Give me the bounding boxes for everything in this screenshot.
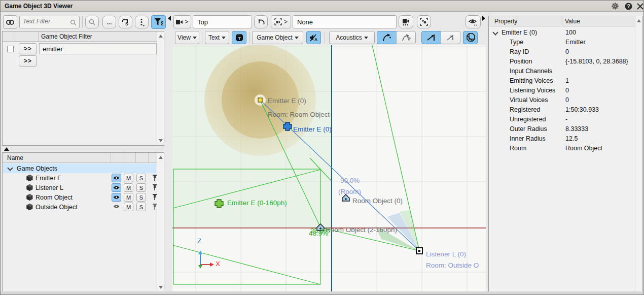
- visibility-eye-button[interactable]: [112, 174, 121, 182]
- scroll-down-icon[interactable]: [159, 139, 163, 142]
- panel-splitter[interactable]: [2, 147, 164, 152]
- follow-object-menu-button[interactable]: >: [271, 15, 291, 28]
- mute-button[interactable]: M: [124, 183, 133, 192]
- follow-target-combo[interactable]: None: [293, 15, 397, 28]
- property-row[interactable]: TypeEmitter: [489, 38, 634, 47]
- link-indicator-button[interactable]: [3, 15, 17, 29]
- property-row[interactable]: Ray ID0: [489, 47, 634, 57]
- transmission-paths-toggle-button[interactable]: [421, 31, 441, 44]
- toolbar-separator: [325, 32, 325, 43]
- property-row[interactable]: Inner Radius12.5: [489, 134, 634, 144]
- mute-solo-display-toggle-button[interactable]: A: [306, 31, 321, 44]
- listener-marker[interactable]: [416, 248, 422, 254]
- text-menu-button[interactable]: Text: [205, 31, 229, 44]
- solo-button[interactable]: S: [136, 203, 146, 211]
- game-object-filter-toggle-button[interactable]: S: [151, 15, 166, 29]
- property-row[interactable]: Outer Radius8.33333: [489, 124, 634, 134]
- view-menu-button[interactable]: View: [175, 31, 199, 44]
- mute-button[interactable]: M: [124, 174, 133, 182]
- scroll-up-icon[interactable]: [637, 19, 641, 22]
- filter-add-row-button[interactable]: >>: [19, 55, 37, 67]
- mute-button[interactable]: M: [124, 203, 133, 211]
- properties-panel-scrollbar[interactable]: [635, 16, 642, 292]
- camera-options-button[interactable]: [399, 15, 413, 28]
- scroll-down-icon[interactable]: [159, 286, 163, 289]
- tree-row-game-objects[interactable]: Game Objects: [3, 163, 156, 173]
- window-title: Game Object 3D Viewer: [5, 3, 73, 10]
- diffraction-rays-toggle-button[interactable]: [396, 31, 416, 44]
- collapse-left-arrow-icon[interactable]: [168, 16, 171, 21]
- more-options-button[interactable]: ...: [102, 16, 116, 28]
- property-row[interactable]: Listening Voices0: [489, 86, 634, 95]
- reset-camera-button[interactable]: [254, 15, 268, 28]
- acoustics-menu-button[interactable]: Acoustics: [329, 31, 375, 44]
- text-filter-field[interactable]: [23, 18, 68, 25]
- titlebar[interactable]: Game Object 3D Viewer ?: [1, 1, 643, 12]
- window-bottom-strip: [1, 291, 643, 294]
- toolbar-separator: [82, 16, 83, 28]
- tree-item-label: Outside Object: [35, 204, 78, 211]
- filter-panel-scrollbar[interactable]: [157, 31, 164, 145]
- property-row[interactable]: Position{-15.8103, 0, 28.3688}: [489, 57, 634, 67]
- visibility-eye-button[interactable]: [112, 193, 121, 202]
- visibility-options-button[interactable]: [466, 15, 481, 28]
- collapse-right-arrow-icon[interactable]: [482, 16, 485, 21]
- solo-button[interactable]: S: [136, 193, 146, 202]
- camera-preset-combo[interactable]: Top: [193, 15, 252, 28]
- filter-value-cell[interactable]: emitter: [39, 43, 157, 54]
- game-objects-panel: Name Game Objects Emitter E M S Listener…: [2, 152, 164, 292]
- show-text-toggle-button[interactable]: T: [232, 31, 246, 44]
- svg-text:T: T: [238, 36, 241, 41]
- camera-menu-button[interactable]: >: [173, 15, 191, 28]
- solo-button[interactable]: S: [136, 174, 146, 182]
- scroll-up-icon[interactable]: [159, 156, 163, 159]
- close-icon[interactable]: [635, 2, 644, 10]
- column-divider: [123, 153, 123, 162]
- help-icon[interactable]: ?: [624, 2, 633, 10]
- frame-selection-button[interactable]: [417, 15, 431, 28]
- property-name: Listening Voices: [510, 87, 555, 94]
- tree-row-listener-l[interactable]: Listener L M S: [3, 183, 156, 192]
- property-row[interactable]: RoomRoom Object: [489, 144, 634, 153]
- splitter-collapse-icon[interactable]: [4, 147, 9, 151]
- emitter-virtual-label: Emitter E (0-160ph): [227, 199, 287, 207]
- geometry-wireframe-toggle-button[interactable]: [463, 31, 478, 44]
- toolbar-separator: [249, 32, 249, 43]
- axis-gizmo: [198, 250, 214, 269]
- game-object-menu-button[interactable]: Game Object: [252, 31, 303, 44]
- chevron-expanded-icon[interactable]: [7, 165, 13, 171]
- diffraction-paths-toggle-button[interactable]: [377, 31, 397, 44]
- view-menu-label: View: [177, 34, 191, 41]
- emitter-marker[interactable]: [258, 98, 262, 102]
- filter-column-header: Game Object Filter: [41, 33, 92, 40]
- search-button[interactable]: [85, 16, 99, 28]
- search-icon: [89, 19, 95, 25]
- filter-row-checkbox[interactable]: [7, 46, 14, 52]
- property-row[interactable]: Unregistered-: [489, 115, 634, 124]
- solo-button[interactable]: S: [136, 183, 146, 192]
- property-row[interactable]: Virtual Voices0: [489, 95, 634, 105]
- property-row[interactable]: Registered1:50:30.933: [489, 105, 634, 115]
- tree-row-emitter-e[interactable]: Emitter E M S: [3, 173, 156, 183]
- chevron-expanded-icon[interactable]: [492, 29, 498, 35]
- property-row[interactable]: Emitter E (0) 100: [489, 28, 634, 38]
- visibility-eye-button[interactable]: [112, 183, 121, 192]
- mute-button[interactable]: M: [124, 193, 133, 202]
- scroll-up-icon[interactable]: [159, 35, 163, 38]
- settings-gear-icon[interactable]: [611, 2, 620, 10]
- property-name: Emitting Voices: [510, 77, 553, 84]
- property-name: Registered: [510, 106, 540, 113]
- profiler-sync-button[interactable]: S: [119, 16, 132, 28]
- visibility-eye-button-off[interactable]: [113, 204, 120, 209]
- property-row[interactable]: Input Channels: [489, 67, 634, 76]
- filter-expand-button[interactable]: >>: [19, 43, 37, 54]
- tree-row-room-object[interactable]: Room Object M S: [3, 192, 156, 202]
- text-filter-input[interactable]: [19, 16, 80, 28]
- property-row[interactable]: Emitting Voices1: [489, 76, 634, 86]
- menu-dots-button[interactable]: [135, 16, 149, 28]
- viewport-3d[interactable]: Emitter E (0) Room: Room Object Emitter …: [172, 45, 486, 292]
- tree-row-outside-object[interactable]: Outside Object M S: [3, 202, 156, 212]
- objects-panel-scrollbar[interactable]: [157, 153, 164, 292]
- transmission-rays-toggle-button[interactable]: [441, 31, 460, 44]
- column-divider[interactable]: [562, 16, 562, 26]
